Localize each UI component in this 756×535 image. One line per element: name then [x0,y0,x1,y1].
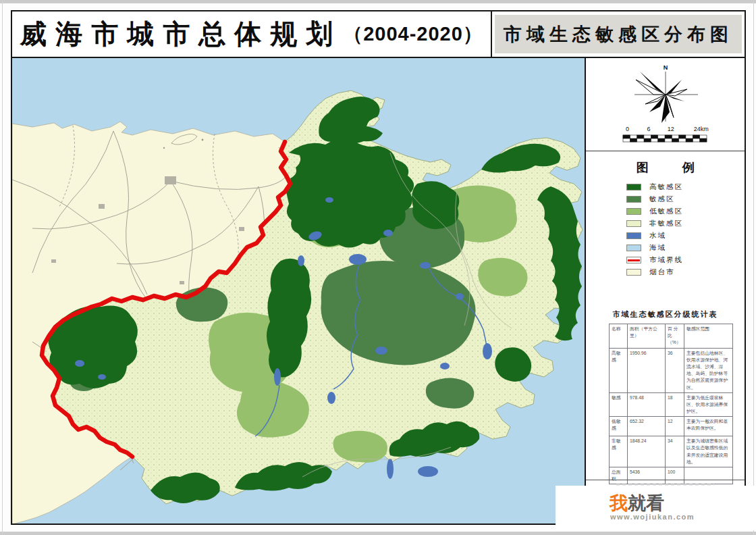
panel-divider-bottom [586,480,745,480]
stats-header-row: 名称 面积（平方公里） 百 分 比 （%） 敏感区范围 [610,324,733,349]
low-sensitive-swatch [626,208,641,215]
water-swatch [626,232,641,239]
watermark-box: 我就看 www.wojiukan.com [556,486,756,530]
map-margin-panel: N 0 6 12 24km [585,58,745,524]
stats-table-title: 市域生态敏感区分级统计表 [586,309,745,320]
stats-row-non: 非敏感 1848.24 34 主要为城镇密集区域以及生态敏感性低的未开发的适宜建… [610,436,733,467]
title-left-cell: 威海市城市总体规划（2004-2020） [12,11,492,57]
stats-table: 名称 面积（平方公里） 百 分 比 （%） 敏感区范围 高敏感 1950.96 … [609,324,733,484]
page-bottom-strip [0,532,756,535]
legend-item-low: 低敏感区 [626,205,683,218]
legend: 高敏感区 敏感区 低敏感区 非敏感区 水域 [626,181,683,278]
map-canvas [12,58,585,524]
plan-sheet-frame: 威海市城市总体规划（2004-2020） 市域生态敏感区分布图 [11,10,746,525]
page-left-line [2,0,3,535]
legend-title: 图 例 [586,159,745,176]
compass-rose: N [621,63,709,126]
page-right-line [753,0,754,535]
north-label: N [664,64,668,71]
watermark-logo: 我就看 [610,491,664,515]
stats-row-high: 高敏感 1950.96 36 主要包括山地林区、饮用水源保护地、河流水域、沙滩、… [610,348,733,392]
boundary-swatch [626,257,641,263]
plan-title-years: （2004-2020） [343,21,483,48]
stats-row-total: 总面积 5436 100 [610,467,733,484]
legend-item-sea: 海域 [626,242,683,254]
legend-item-yantai: 烟台市 [626,266,683,278]
legend-item-water: 水域 [626,230,683,242]
legend-item-non: 非敏感区 [626,218,683,230]
watermark-logo-rest: 就看 [628,493,664,513]
ecological-sensitivity-map [12,58,585,524]
stats-row-sensitive: 敏感 978.48 18 主要为低丘缓坡林区、饮用水源涵养保护区。 [610,392,733,417]
scale-bar [622,134,707,143]
sheet-title: 市域生态敏感区分布图 [504,22,733,47]
sea-swatch [626,245,641,251]
watermark-logo-primary: 我 [610,493,628,513]
legend-item-high: 高敏感区 [626,181,683,193]
watermark-url: www.wojiukan.com [610,513,695,521]
page-top-strip [0,0,756,3]
title-right-cell: 市域生态敏感区分布图 [492,11,745,57]
plan-title: 威海市城市总体规划 [20,16,342,53]
stats-row-low: 低敏感 652.32 12 主要为一般农田和基本农田保护区。 [610,417,733,436]
high-sensitive-swatch [626,184,641,190]
non-sensitive-swatch [626,220,641,227]
yantai-swatch [626,269,641,276]
sensitive-swatch [626,196,641,203]
sheet-content: N 0 6 12 24km [12,58,745,524]
panel-divider-top [586,151,745,151]
scalebar-labels: 0 6 12 24km [622,126,707,133]
title-band: 威海市城市总体规划（2004-2020） 市域生态敏感区分布图 [12,11,745,58]
legend-item-boundary: 市域界线 [626,254,683,266]
legend-item-sensitive: 敏感区 [626,193,683,205]
